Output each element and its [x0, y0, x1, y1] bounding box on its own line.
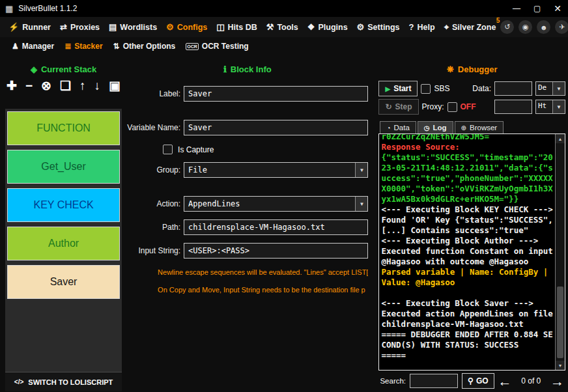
scrollbar-track[interactable] — [556, 143, 565, 361]
add-block-button[interactable]: ✚ — [7, 79, 17, 92]
submenu-item-stacker[interactable]: ≣ Stacker — [59, 42, 107, 51]
start-button[interactable]: ▶ Start — [378, 81, 418, 96]
search-icon: ⚲ — [468, 376, 474, 385]
tab-data[interactable]: ◔ Data — [380, 121, 416, 133]
screenshot-button[interactable]: ◉ — [518, 20, 532, 34]
menu-item-silver-zone[interactable]: ⌖ Silver Zone 5 — [440, 17, 501, 37]
scroll-up-icon[interactable]: ▲ — [556, 134, 565, 143]
menu-item-plugins[interactable]: ❖ Plugins — [303, 17, 352, 37]
duplicate-block-button[interactable]: ❏ — [60, 79, 71, 92]
label-input-box — [184, 86, 368, 102]
menu-item-icon: ⚙ — [357, 22, 365, 32]
log-line: Executed function Constant on input @Hag… — [381, 246, 553, 267]
sbs-checkbox[interactable] — [421, 84, 431, 94]
log-scrollbar[interactable]: ▲ ▼ — [555, 134, 565, 370]
stack-block[interactable]: FUNCTION — [7, 111, 120, 145]
submenu-item-icon: ⇅ — [113, 42, 120, 51]
search-input[interactable] — [410, 374, 458, 388]
bug-icon: ❋ — [447, 64, 454, 74]
data-input[interactable] — [494, 81, 532, 96]
menu-item-label: Plugins — [318, 23, 347, 32]
menu-item-label: Configs — [177, 23, 208, 32]
is-capture-row: Is Capture — [163, 145, 368, 154]
next-match-button[interactable]: → — [550, 374, 564, 388]
scroll-down-icon[interactable]: ▼ — [556, 361, 565, 370]
chevron-down-icon[interactable]: ▼ — [355, 197, 367, 211]
menu-item-icon: ▤ — [109, 22, 117, 32]
tab-browser[interactable]: ⊕ Browser — [455, 121, 504, 133]
chevron-down-icon[interactable]: ▼ — [552, 82, 565, 95]
menu-item-label: Hits DB — [228, 23, 257, 32]
label-field-label: Label: — [126, 89, 184, 98]
stack-block[interactable]: Author — [7, 227, 120, 260]
label-input[interactable] — [184, 87, 367, 101]
menu-item-icon: ⌖ — [444, 22, 449, 33]
chevron-down-icon[interactable]: ▼ — [355, 163, 367, 177]
menu-item-configs[interactable]: ⚙ Configs — [162, 17, 212, 37]
submenu-item-ocr-testing[interactable]: OCR OCR Testing — [180, 42, 253, 51]
remove-block-button[interactable]: − — [25, 79, 33, 92]
sbs-label: SBS — [434, 84, 449, 93]
discord-button[interactable]: ☻ — [537, 20, 550, 34]
path-input[interactable] — [184, 220, 367, 234]
input-string-input[interactable] — [184, 244, 367, 258]
submenu-item-label: Stacker — [74, 42, 102, 51]
group-select[interactable] — [184, 163, 355, 177]
minimize-button[interactable]: — — [513, 5, 520, 12]
history-button[interactable]: ↺ — [500, 20, 514, 34]
label-row: Label: — [126, 86, 368, 102]
proxy-group: Ht ▼ — [494, 100, 565, 114]
current-stack-title: Current Stack — [41, 64, 96, 74]
data-type-combo[interactable]: De ▼ — [535, 81, 565, 96]
match-counter: 0 of 0 — [516, 376, 547, 385]
variable-name-input[interactable] — [184, 120, 367, 135]
submenu-item-manager[interactable]: ♟ Manager — [7, 42, 59, 51]
menu-item-help[interactable]: ? Help — [405, 17, 440, 37]
close-button[interactable]: ✕ — [554, 4, 561, 13]
menu-item-hits-db[interactable]: ◫ Hits DB — [212, 17, 261, 37]
tab-label: Browser — [470, 124, 497, 132]
stack-block-label: Saver — [50, 276, 78, 288]
log-line: ===== — [381, 350, 553, 361]
search-go-button[interactable]: ⚲ GO — [462, 373, 494, 389]
previous-match-button[interactable]: ← — [498, 374, 512, 388]
log-line: <--- Executing Block Saver ---> — [381, 298, 553, 309]
proxy-checkbox[interactable] — [447, 102, 457, 112]
menu-item-proxies[interactable]: ⇄ Proxies — [55, 17, 104, 37]
save-stack-button[interactable]: ▣ — [109, 79, 121, 92]
telegram-button[interactable]: ✈ — [555, 20, 568, 34]
proxy-type-combo[interactable]: Ht ▼ — [535, 100, 565, 114]
stack-block[interactable]: Get_User — [7, 150, 120, 184]
menu-item-settings[interactable]: ⚙ Settings — [352, 17, 405, 37]
log-line: Executed action AppendLines on file chil… — [381, 309, 553, 329]
step-button[interactable]: ↻ Step — [378, 99, 418, 115]
move-up-button[interactable]: ↑ — [79, 79, 86, 92]
log-line: Parsed variable | Name: ConfigBy | Value… — [381, 267, 553, 288]
tab-log[interactable]: ◷ Log — [418, 121, 453, 133]
submenu-item-label: OCR Testing — [202, 42, 249, 51]
submenu-item-icon: OCR — [186, 43, 199, 50]
debugger-header: ❋ Debugger — [378, 64, 565, 74]
scrollbar-thumb[interactable] — [557, 287, 563, 358]
debugger-panel: ❋ Debugger ▶ Start SBS Data: De ▼ ↻ S — [377, 55, 568, 392]
submenu-item-other-options[interactable]: ⇅ Other Options — [108, 42, 181, 51]
path-input-box — [184, 219, 368, 235]
menu-item-runner[interactable]: ⚡ Runner — [4, 17, 55, 37]
chevron-down-icon[interactable]: ▼ — [552, 100, 565, 113]
move-down-button[interactable]: ↓ — [94, 79, 101, 92]
proxy-input[interactable] — [494, 100, 532, 114]
menu-item-wordlists[interactable]: ▤ Wordlists — [104, 17, 162, 37]
debugger-title: Debugger — [458, 64, 498, 74]
clear-blocks-button[interactable]: ⊗ — [41, 79, 51, 92]
stack-block[interactable]: Saver — [7, 265, 120, 299]
stack-block[interactable]: KEY CHECK — [7, 188, 120, 222]
menu-item-tools[interactable]: ⚒ Tools — [262, 17, 303, 37]
switch-to-loliscript-button[interactable]: </> SWITCH TO LOLISCRIPT — [5, 372, 122, 391]
tab-icon: ◷ — [424, 124, 430, 132]
maximize-button[interactable]: ▢ — [533, 5, 541, 12]
action-select[interactable] — [184, 197, 355, 211]
menu-item-label: Runner — [22, 23, 51, 32]
code-icon: </> — [14, 378, 23, 385]
log-line: Found 'OR' Key {"status":"SUCCESS", [...… — [381, 215, 553, 236]
is-capture-checkbox[interactable] — [163, 145, 173, 154]
